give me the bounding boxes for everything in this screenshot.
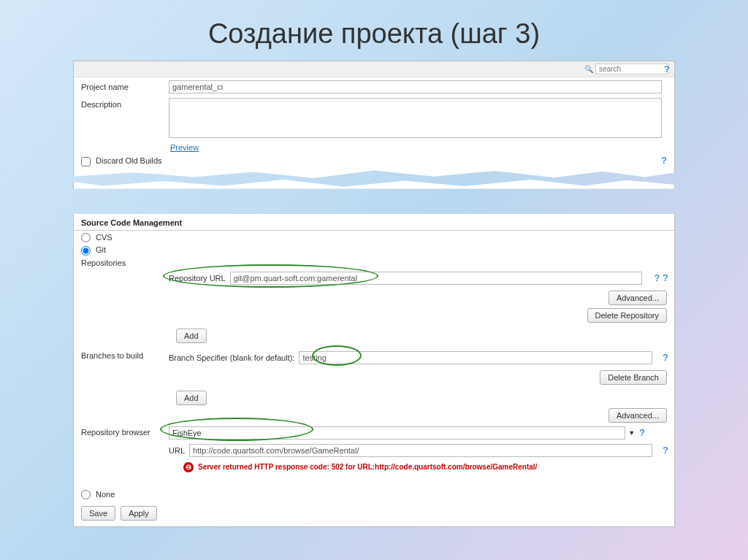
add-repo-button[interactable]: Add [176, 329, 207, 343]
discard-label: Discard Old Builds [96, 156, 161, 165]
slide-title: Создание проекта (шаг 3) [0, 0, 748, 61]
bottom-actions: Save Apply [74, 500, 674, 526]
description-label: Description [81, 98, 169, 109]
repo-url-input[interactable] [230, 272, 642, 285]
scm-none-row: None [74, 488, 674, 501]
help-icon[interactable]: ? [664, 64, 670, 74]
browser-url-label: URL [169, 446, 185, 455]
description-textarea[interactable] [169, 98, 662, 138]
branch-spec-label: Branch Specifier (blank for default): [169, 353, 294, 362]
branch-buttons: Delete Branch [74, 367, 674, 388]
scm-cvs-label: CVS [96, 233, 112, 242]
scm-none-radio[interactable] [81, 490, 91, 499]
branches-label: Branches to build [81, 349, 169, 360]
repo-url-label: Repository URL [169, 274, 226, 283]
search-icon: 🔍 [584, 65, 593, 73]
error-url-link[interactable]: http://code.quartsoft.com/browse/GameRen… [375, 463, 537, 471]
repositories-row: Repositories [74, 256, 674, 269]
help-icon[interactable]: ? [639, 427, 645, 438]
error-icon: ⊖ [183, 462, 194, 472]
delete-branch-button[interactable]: Delete Branch [600, 370, 667, 385]
branch-spec-row: Branch Specifier (blank for default): ? [169, 350, 667, 366]
browser-select-row: FishEye ▼ ? [169, 425, 674, 441]
project-name-input[interactable] [169, 80, 662, 93]
search-bar: 🔍 ? [74, 61, 674, 77]
error-row: ⊖ Server returned HTTP response code: 50… [74, 460, 674, 475]
advanced-button[interactable]: Advanced... [608, 291, 667, 305]
repo-url-row: Repository URL ? ? [169, 270, 667, 286]
scm-git-label: Git [96, 245, 106, 254]
chevron-down-icon: ▼ [628, 429, 635, 437]
add-branch-button[interactable]: Add [176, 391, 207, 405]
browser-select[interactable]: FishEye [169, 426, 625, 440]
project-name-row: Project name [74, 77, 674, 95]
help-icon[interactable]: ? [663, 352, 668, 363]
browser-url-input[interactable] [189, 444, 652, 457]
browser-url-row: URL ? [169, 442, 667, 459]
error-text: Server returned HTTP response code: 502 … [198, 463, 375, 471]
repositories-label: Repositories [81, 256, 169, 267]
search-input[interactable] [595, 64, 668, 74]
torn-edge [73, 179, 675, 189]
scm-cvs-radio[interactable] [81, 233, 91, 242]
help-icon[interactable]: ? ? [654, 272, 669, 283]
description-row: Description [74, 95, 674, 141]
scm-git-row: Git [74, 243, 674, 256]
discard-checkbox[interactable] [81, 157, 91, 166]
scm-git-radio[interactable] [81, 246, 91, 256]
help-icon[interactable]: ? [663, 445, 668, 456]
delete-repo-button[interactable]: Delete Repository [587, 308, 667, 323]
project-name-label: Project name [81, 80, 169, 91]
top-panel: 🔍 ? Project name Description Preview Dis… [73, 61, 675, 169]
save-button[interactable]: Save [81, 506, 115, 521]
branch-spec-input[interactable] [299, 351, 652, 364]
torn-edge [73, 169, 675, 179]
scm-none-label: None [96, 490, 115, 499]
scm-panel: Source Code Management CVS Git Repositor… [73, 214, 675, 528]
advanced-button[interactable]: Advanced... [608, 408, 667, 423]
preview-link[interactable]: Preview [170, 143, 199, 152]
help-icon[interactable]: ? [661, 155, 667, 166]
scm-header: Source Code Management [74, 214, 674, 231]
browser-label: Repository browser [81, 426, 169, 437]
advanced-buttons: Advanced... [74, 408, 674, 426]
scm-cvs-row: CVS [74, 231, 674, 244]
apply-button[interactable]: Apply [121, 506, 157, 521]
discard-row: Discard Old Builds ? [74, 153, 674, 169]
repo-buttons: Advanced... Delete Repository [74, 288, 674, 326]
